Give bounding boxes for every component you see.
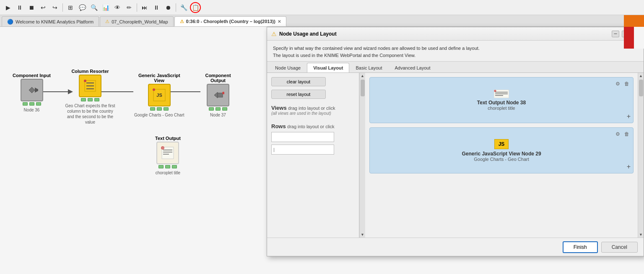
views-section: Views drag into layout or click (all vie… — [271, 105, 355, 116]
tab-node-usage[interactable]: Node Usage — [269, 63, 307, 72]
toolbar-btn-pause2[interactable]: ⏸ — [151, 2, 162, 13]
card1-actions: ⚙ 🗑 — [614, 80, 631, 88]
svg-point-27 — [495, 90, 496, 91]
card2-settings-btn[interactable]: ⚙ — [614, 130, 621, 138]
toolbar-sep2 — [137, 3, 137, 12]
right-scroll-thumb[interactable] — [639, 80, 643, 96]
toolbar-btn-comment[interactable]: 💬 — [77, 2, 88, 13]
tab-workflow[interactable]: ⚠ 07_Choropleth_World_Map — [100, 16, 173, 26]
left-scrollbar[interactable]: ▲ ▼ — [359, 73, 365, 238]
tab-basic-layout[interactable]: Basic Layout — [349, 63, 388, 72]
port — [88, 98, 93, 101]
node36-sublabel: Node 36 — [24, 107, 40, 113]
tab-advanced-layout[interactable]: Advanced Layout — [388, 63, 436, 72]
node-column-resorter-box — [79, 75, 101, 97]
tab-welcome-label: Welcome to KNIME Analytics Platform — [16, 19, 93, 24]
logo-red-left — [624, 27, 634, 49]
toolbar-btn-stop[interactable]: ⏹ — [26, 2, 37, 13]
toolbar-btn-chart[interactable]: 📊 — [100, 2, 111, 13]
dialog-desc-line2: The layout is used in the KNIME WebPorta… — [273, 52, 638, 59]
node-js-sublabel: Google Charts - Geo Chart — [134, 112, 184, 118]
toolbar-btn-settings[interactable]: 🔧 — [178, 2, 189, 13]
toolbar-btn-redo[interactable]: ↪ — [49, 2, 60, 13]
right-scroll-down[interactable]: ▼ — [638, 232, 644, 238]
node-text-sublabel: choroplet title — [156, 170, 180, 176]
knime-icon: 🔵 — [7, 19, 13, 25]
row-input-1[interactable] — [271, 132, 334, 142]
card2-title: Generic JavaScript View Node 29 — [462, 151, 541, 157]
svg-marker-13 — [214, 92, 218, 98]
port — [29, 102, 34, 106]
toolbar-sep3 — [176, 3, 176, 12]
card2-delete-btn[interactable]: 🗑 — [623, 130, 631, 138]
tab-welcome[interactable]: 🔵 Welcome to KNIME Analytics Platform — [2, 16, 99, 26]
dialog: ⚠ Node Usage and Layout ─ □ ✕ Specify in… — [267, 27, 644, 256]
row-input-2[interactable] — [271, 145, 334, 155]
node-component-output-label: Component Output — [197, 73, 239, 83]
tab-active[interactable]: ⚠ 0:36:0 - Choropleth (Country – log(201… — [174, 16, 286, 26]
reset-layout-btn[interactable]: reset layout — [271, 90, 326, 99]
dialog-titlebar: ⚠ Node Usage and Layout ─ □ ✕ — [267, 27, 644, 41]
tab-bar-top: 🔵 Welcome to KNIME Analytics Platform ⚠ … — [0, 15, 644, 27]
toolbar-btn-play[interactable]: ▶ — [3, 2, 13, 13]
active-warn-icon: ⚠ — [180, 19, 184, 24]
toolbar-btn-undo[interactable]: ↩ — [38, 2, 49, 13]
card1-delete-btn[interactable]: 🗑 — [623, 80, 631, 88]
scroll-thumb[interactable] — [361, 80, 365, 96]
port — [150, 107, 155, 111]
node-column-resorter-sublabel: Geo Chart expects the first column to be… — [65, 103, 115, 125]
node-component-output-ports — [209, 107, 227, 111]
toolbar-btn-grid[interactable]: ⊞ — [65, 2, 76, 13]
svg-marker-3 — [29, 87, 35, 93]
toolbar: ▶ ⏸ ⏹ ↩ ↪ ⊞ 💬 🔍 📊 👁 ✏ ⏭ ⏸ ⏺ 🔧 📋 — [0, 0, 644, 15]
knime-logo — [624, 15, 644, 49]
tab-visual-layout[interactable]: Visual Layout — [307, 63, 349, 72]
finish-button[interactable]: Finish — [563, 241, 598, 253]
port — [158, 165, 164, 168]
svg-point-9 — [84, 80, 86, 82]
card1-settings-btn[interactable]: ⚙ — [614, 80, 621, 88]
port — [81, 98, 86, 101]
node-js-view[interactable]: Generic JavaScript View JS Google Charts… — [134, 73, 184, 118]
cancel-button[interactable]: Cancel — [601, 242, 638, 253]
right-scrollbar[interactable]: ▲ ▼ — [638, 73, 644, 238]
toolbar-btn-edit[interactable]: ✏ — [124, 2, 135, 13]
port — [164, 107, 169, 111]
dialog-warn-icon: ⚠ — [271, 31, 277, 37]
node-js-label: Generic JavaScript View — [138, 73, 180, 83]
toolbar-btn-search[interactable]: 🔍 — [88, 2, 99, 13]
port — [222, 107, 227, 111]
node-component-output[interactable]: Component Output Node 37 — [197, 73, 239, 118]
right-scroll-up[interactable]: ▲ — [638, 73, 644, 79]
rows-subtitle: drag into layout or click — [287, 124, 335, 129]
toolbar-btn-pause[interactable]: ⏸ — [14, 2, 25, 13]
card1-title: Text Output Node 38 — [477, 100, 526, 106]
dialog-minimize-btn[interactable]: ─ — [612, 31, 619, 37]
dialog-tabs: Node Usage Visual Layout Basic Layout Ad… — [267, 62, 644, 73]
js-icon: JS — [494, 139, 509, 149]
scroll-up-arrow[interactable]: ▲ — [360, 73, 366, 79]
port — [157, 107, 162, 111]
toolbar-btn-layout[interactable]: 📋 — [190, 2, 201, 13]
toolbar-btn-view[interactable]: 👁 — [112, 2, 123, 13]
node-text-output[interactable]: Text Output choroplet title — [155, 136, 181, 176]
node-component-input-box — [21, 79, 43, 101]
toolbar-btn-record[interactable]: ⏺ — [163, 2, 174, 13]
tab-active-label: 0:36:0 - Choropleth (Country – log(2013)… — [186, 19, 275, 24]
node-js-ports — [150, 107, 169, 111]
node-column-resorter[interactable]: Column Resorter Geo Chart expects the fi… — [65, 69, 115, 125]
card2-plus-btn[interactable]: + — [627, 163, 631, 171]
tab-close-btn[interactable]: ✕ — [278, 19, 281, 24]
svg-point-21 — [162, 147, 164, 149]
clear-layout-btn[interactable]: clear layout — [271, 77, 326, 86]
text-output-icon — [494, 90, 509, 98]
scroll-down-arrow[interactable]: ▼ — [360, 232, 366, 238]
node-text-output-label: Text Output — [155, 136, 181, 141]
toolbar-btn-skip[interactable]: ⏭ — [139, 2, 150, 13]
card1-plus-btn[interactable]: + — [627, 113, 631, 120]
node-component-input-ports — [23, 102, 41, 106]
node-component-input[interactable]: Component Input Node 36 — [13, 73, 51, 113]
rows-section: Rows drag into layout or click — [271, 123, 355, 155]
layout-card-text-output: ⚙ 🗑 Text Outp — [369, 77, 634, 123]
port — [216, 107, 221, 111]
